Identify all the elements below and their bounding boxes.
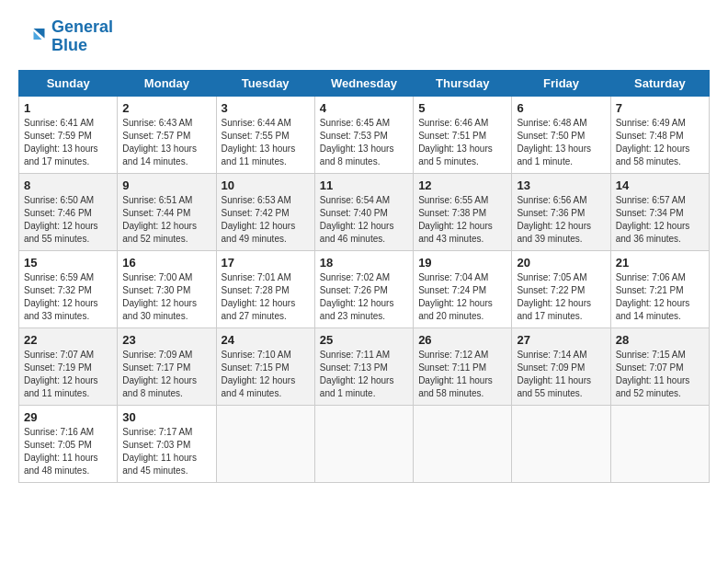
- calendar-cell: 4Sunrise: 6:45 AM Sunset: 7:53 PM Daylig…: [314, 96, 413, 173]
- calendar-cell: 2Sunrise: 6:43 AM Sunset: 7:57 PM Daylig…: [118, 96, 216, 173]
- calendar-cell: 18Sunrise: 7:02 AM Sunset: 7:26 PM Dayli…: [314, 250, 413, 327]
- day-content: Sunrise: 6:46 AM Sunset: 7:51 PM Dayligh…: [418, 117, 506, 168]
- day-number: 1: [24, 101, 112, 115]
- day-content: Sunrise: 7:06 AM Sunset: 7:21 PM Dayligh…: [616, 271, 704, 323]
- calendar-cell: 8Sunrise: 6:50 AM Sunset: 7:46 PM Daylig…: [19, 173, 118, 250]
- weekday-header-monday: Monday: [118, 70, 216, 96]
- svg-rect-0: [18, 23, 46, 51]
- calendar-cell: 25Sunrise: 7:11 AM Sunset: 7:13 PM Dayli…: [314, 327, 413, 405]
- calendar-cell: [414, 405, 512, 482]
- day-number: 23: [122, 333, 210, 347]
- calendar-cell: 14Sunrise: 6:57 AM Sunset: 7:34 PM Dayli…: [610, 173, 709, 250]
- calendar-cell: [610, 405, 709, 482]
- calendar-cell: 12Sunrise: 6:55 AM Sunset: 7:38 PM Dayli…: [414, 173, 512, 250]
- day-number: 24: [222, 333, 310, 347]
- calendar-cell: 16Sunrise: 7:00 AM Sunset: 7:30 PM Dayli…: [118, 250, 216, 327]
- day-number: 13: [517, 178, 605, 192]
- calendar-cell: 1Sunrise: 6:41 AM Sunset: 7:59 PM Daylig…: [19, 96, 118, 173]
- day-content: Sunrise: 6:45 AM Sunset: 7:53 PM Dayligh…: [320, 117, 408, 168]
- day-content: Sunrise: 6:57 AM Sunset: 7:34 PM Dayligh…: [616, 194, 704, 246]
- calendar-cell: 29Sunrise: 7:16 AM Sunset: 7:05 PM Dayli…: [19, 405, 118, 482]
- day-content: Sunrise: 6:54 AM Sunset: 7:40 PM Dayligh…: [320, 194, 408, 246]
- weekday-header-wednesday: Wednesday: [314, 70, 413, 96]
- day-number: 10: [222, 178, 310, 192]
- day-content: Sunrise: 7:02 AM Sunset: 7:26 PM Dayligh…: [320, 271, 408, 323]
- day-content: Sunrise: 7:17 AM Sunset: 7:03 PM Dayligh…: [122, 426, 210, 477]
- day-content: Sunrise: 6:41 AM Sunset: 7:59 PM Dayligh…: [24, 117, 112, 168]
- logo-text: General Blue: [51, 18, 113, 55]
- calendar-week-2: 8Sunrise: 6:50 AM Sunset: 7:46 PM Daylig…: [19, 173, 710, 250]
- calendar-cell: 27Sunrise: 7:14 AM Sunset: 7:09 PM Dayli…: [512, 327, 610, 405]
- day-content: Sunrise: 6:55 AM Sunset: 7:38 PM Dayligh…: [418, 194, 506, 246]
- calendar-cell: 21Sunrise: 7:06 AM Sunset: 7:21 PM Dayli…: [610, 250, 709, 327]
- day-content: Sunrise: 6:48 AM Sunset: 7:50 PM Dayligh…: [517, 117, 605, 168]
- calendar-cell: [314, 405, 413, 482]
- day-content: Sunrise: 6:59 AM Sunset: 7:32 PM Dayligh…: [24, 271, 112, 323]
- calendar-cell: 3Sunrise: 6:44 AM Sunset: 7:55 PM Daylig…: [216, 96, 314, 173]
- day-number: 26: [418, 333, 506, 347]
- day-content: Sunrise: 7:00 AM Sunset: 7:30 PM Dayligh…: [122, 271, 210, 323]
- calendar-cell: 6Sunrise: 6:48 AM Sunset: 7:50 PM Daylig…: [512, 96, 610, 173]
- calendar-week-1: 1Sunrise: 6:41 AM Sunset: 7:59 PM Daylig…: [19, 96, 710, 173]
- day-number: 3: [222, 101, 310, 115]
- calendar-cell: 10Sunrise: 6:53 AM Sunset: 7:42 PM Dayli…: [216, 173, 314, 250]
- calendar-cell: [512, 405, 610, 482]
- day-number: 29: [24, 410, 112, 424]
- calendar-cell: 15Sunrise: 6:59 AM Sunset: 7:32 PM Dayli…: [19, 250, 118, 327]
- calendar-cell: 17Sunrise: 7:01 AM Sunset: 7:28 PM Dayli…: [216, 250, 314, 327]
- day-content: Sunrise: 7:16 AM Sunset: 7:05 PM Dayligh…: [24, 426, 112, 477]
- day-number: 12: [418, 178, 506, 192]
- day-content: Sunrise: 7:01 AM Sunset: 7:28 PM Dayligh…: [222, 271, 310, 323]
- weekday-header-saturday: Saturday: [610, 70, 709, 96]
- day-content: Sunrise: 7:05 AM Sunset: 7:22 PM Dayligh…: [517, 271, 605, 323]
- day-content: Sunrise: 6:53 AM Sunset: 7:42 PM Dayligh…: [222, 194, 310, 246]
- day-number: 4: [320, 101, 408, 115]
- day-content: Sunrise: 7:15 AM Sunset: 7:07 PM Dayligh…: [616, 349, 704, 400]
- day-number: 15: [24, 256, 112, 270]
- day-content: Sunrise: 7:11 AM Sunset: 7:13 PM Dayligh…: [320, 349, 408, 400]
- day-content: Sunrise: 7:10 AM Sunset: 7:15 PM Dayligh…: [222, 349, 310, 400]
- day-content: Sunrise: 6:50 AM Sunset: 7:46 PM Dayligh…: [24, 194, 112, 246]
- day-number: 11: [320, 178, 408, 192]
- calendar-cell: 28Sunrise: 7:15 AM Sunset: 7:07 PM Dayli…: [610, 327, 709, 405]
- day-content: Sunrise: 6:49 AM Sunset: 7:48 PM Dayligh…: [616, 117, 704, 168]
- day-content: Sunrise: 6:44 AM Sunset: 7:55 PM Dayligh…: [222, 117, 310, 168]
- calendar-cell: 7Sunrise: 6:49 AM Sunset: 7:48 PM Daylig…: [610, 96, 709, 173]
- day-number: 9: [122, 178, 210, 192]
- weekday-header-friday: Friday: [512, 70, 610, 96]
- calendar-cell: 30Sunrise: 7:17 AM Sunset: 7:03 PM Dayli…: [118, 405, 216, 482]
- calendar-body: 1Sunrise: 6:41 AM Sunset: 7:59 PM Daylig…: [19, 96, 710, 482]
- calendar-cell: 26Sunrise: 7:12 AM Sunset: 7:11 PM Dayli…: [414, 327, 512, 405]
- day-content: Sunrise: 6:56 AM Sunset: 7:36 PM Dayligh…: [517, 194, 605, 246]
- calendar-cell: 9Sunrise: 6:51 AM Sunset: 7:44 PM Daylig…: [118, 173, 216, 250]
- day-number: 27: [517, 333, 605, 347]
- day-number: 16: [122, 256, 210, 270]
- day-number: 28: [616, 333, 704, 347]
- day-number: 17: [222, 256, 310, 270]
- day-number: 18: [320, 256, 408, 270]
- calendar-cell: 11Sunrise: 6:54 AM Sunset: 7:40 PM Dayli…: [314, 173, 413, 250]
- day-content: Sunrise: 7:14 AM Sunset: 7:09 PM Dayligh…: [517, 349, 605, 400]
- calendar: SundayMondayTuesdayWednesdayThursdayFrid…: [18, 70, 710, 483]
- day-number: 6: [517, 101, 605, 115]
- calendar-cell: 13Sunrise: 6:56 AM Sunset: 7:36 PM Dayli…: [512, 173, 610, 250]
- day-number: 7: [616, 101, 704, 115]
- day-content: Sunrise: 7:09 AM Sunset: 7:17 PM Dayligh…: [122, 349, 210, 400]
- weekday-header-sunday: Sunday: [19, 70, 118, 96]
- day-content: Sunrise: 6:51 AM Sunset: 7:44 PM Dayligh…: [122, 194, 210, 246]
- day-content: Sunrise: 7:12 AM Sunset: 7:11 PM Dayligh…: [418, 349, 506, 400]
- calendar-week-4: 22Sunrise: 7:07 AM Sunset: 7:19 PM Dayli…: [19, 327, 710, 405]
- weekday-header-row: SundayMondayTuesdayWednesdayThursdayFrid…: [19, 70, 710, 96]
- day-number: 21: [616, 256, 704, 270]
- day-number: 22: [24, 333, 112, 347]
- day-content: Sunrise: 6:43 AM Sunset: 7:57 PM Dayligh…: [122, 117, 210, 168]
- day-content: Sunrise: 7:04 AM Sunset: 7:24 PM Dayligh…: [418, 271, 506, 323]
- weekday-header-thursday: Thursday: [414, 70, 512, 96]
- weekday-header-tuesday: Tuesday: [216, 70, 314, 96]
- day-number: 8: [24, 178, 112, 192]
- logo: General Blue: [18, 18, 113, 55]
- calendar-cell: [216, 405, 314, 482]
- day-number: 25: [320, 333, 408, 347]
- day-content: Sunrise: 7:07 AM Sunset: 7:19 PM Dayligh…: [24, 349, 112, 400]
- calendar-cell: 20Sunrise: 7:05 AM Sunset: 7:22 PM Dayli…: [512, 250, 610, 327]
